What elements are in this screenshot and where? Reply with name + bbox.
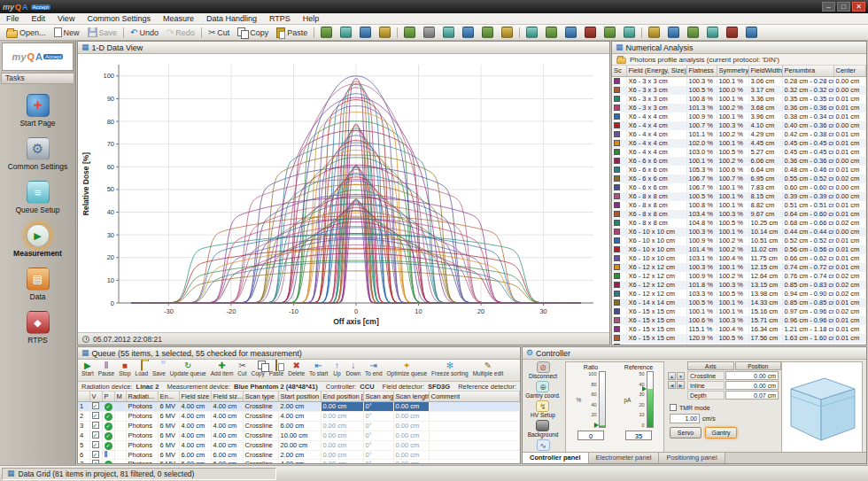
analysis-row[interactable]: X6 - 4 x 4 cm102.0 %100.1 %4.45 cm0.45 c… bbox=[612, 139, 866, 148]
menu-help[interactable]: Help bbox=[297, 13, 326, 24]
add-item-button[interactable]: ✚Add item bbox=[209, 361, 236, 377]
menu-view[interactable]: View bbox=[51, 13, 81, 24]
freeze-sorting-button[interactable]: ✻Freeze sorting bbox=[430, 361, 470, 377]
normalization-button[interactable]: ∿Normalization bbox=[525, 439, 561, 452]
crossline-position-field[interactable]: 0.00 cm bbox=[725, 371, 779, 380]
toolbar-icon-19[interactable] bbox=[684, 25, 702, 40]
toolbar-icon-12[interactable] bbox=[542, 25, 561, 40]
analysis-row[interactable]: X6 - 8 x 8 cm100.8 %100.1 %8.82 cm0.51 c… bbox=[612, 201, 866, 210]
sidebar-item-common-settings[interactable]: ⚙ Common Settings bbox=[0, 137, 75, 171]
minimize-button[interactable]: – bbox=[822, 2, 835, 12]
analysis-row[interactable]: X6 - 10 x 10 cm103.1 %100.4 %11.75 cm0.6… bbox=[612, 254, 866, 263]
analysis-row[interactable]: X6 - 10 x 10 cm100.3 %100.1 %10.14 cm0.4… bbox=[612, 228, 866, 237]
sidebar-item-data[interactable]: ▤ Data bbox=[0, 268, 75, 301]
disconnect-button[interactable]: ⊘Disconnect bbox=[529, 361, 557, 379]
position-header-button[interactable]: Position bbox=[735, 361, 782, 370]
analysis-row[interactable]: X6 - 6 x 6 cm100.1 %100.2 %6.06 cm0.36 c… bbox=[612, 157, 866, 166]
menu-rtps[interactable]: RTPS bbox=[263, 13, 297, 24]
analysis-row[interactable]: X6 - 12 x 12 cm103.3 %100.5 %13.98 cm0.9… bbox=[612, 290, 866, 299]
load-button[interactable]: Load bbox=[134, 361, 150, 377]
queue-column-header[interactable]: Scan length bbox=[393, 392, 429, 401]
queue-column-header[interactable] bbox=[78, 392, 89, 401]
analysis-row[interactable]: X6 - 8 x 8 cm100.5 %100.1 %8.15 cm0.39 c… bbox=[612, 192, 866, 201]
speed-input[interactable]: 1.00 bbox=[670, 414, 700, 423]
analysis-column-header[interactable]: Center bbox=[833, 66, 866, 76]
sidebar-item-queue-setup[interactable]: ≡ Queue Setup bbox=[0, 181, 75, 214]
delete-button[interactable]: ✖Delete bbox=[286, 361, 306, 377]
measure-checkbox[interactable]: ✓ bbox=[92, 412, 99, 419]
tab-controller-panel[interactable]: Controller panel bbox=[523, 453, 589, 463]
toolbar-icon-8[interactable] bbox=[459, 25, 477, 40]
analysis-row[interactable]: X6 - 4 x 4 cm100.9 %100.1 %3.96 cm0.38 c… bbox=[612, 112, 866, 121]
analysis-row[interactable]: X6 - 15 x 15 cm100.1 %100.1 %15.16 cm0.9… bbox=[612, 307, 866, 316]
analysis-row[interactable]: X6 - 4 x 4 cm101.1 %100.2 %4.29 cm0.42 c… bbox=[612, 130, 866, 139]
analysis-column-header[interactable]: Symmetry bbox=[717, 66, 748, 76]
toolbar-icon-18[interactable] bbox=[664, 25, 683, 40]
analysis-row[interactable]: X6 - 15 x 15 cm100.6 %100.3 %15.71 cm0.9… bbox=[612, 316, 866, 325]
pause-button[interactable]: ⅡPause bbox=[97, 361, 116, 377]
menu-file[interactable]: File bbox=[0, 13, 26, 24]
save-button[interactable]: Save bbox=[84, 26, 121, 39]
maximize-button[interactable]: □ bbox=[837, 2, 850, 12]
toolbar-icon-15[interactable] bbox=[601, 25, 619, 40]
down-button[interactable]: ↓Down bbox=[344, 361, 362, 377]
gantry-coord-button[interactable]: ⊕Gantry coord. bbox=[525, 381, 560, 399]
to-end-button[interactable]: ⇥To end bbox=[363, 361, 384, 377]
queue-column-header[interactable]: En... bbox=[158, 392, 179, 401]
analysis-row[interactable]: X6 - 4 x 4 cm100.7 %100.3 %4.10 cm0.40 c… bbox=[612, 121, 866, 130]
toolbar-icon-11[interactable] bbox=[523, 25, 541, 40]
analysis-row[interactable]: X6 - 3 x 3 cm100.5 %100.0 %3.17 cm0.32 c… bbox=[612, 86, 866, 95]
tab-electrometer-panel[interactable]: Electrometer panel bbox=[589, 453, 660, 463]
measure-checkbox[interactable]: ✓ bbox=[92, 402, 99, 409]
analysis-row[interactable]: X6 - 8 x 8 cm103.4 %100.3 %9.67 cm0.64 c… bbox=[612, 210, 866, 219]
toolbar-icon-14[interactable] bbox=[581, 25, 600, 40]
queue-row[interactable]: 3✓✓Photons6 MV4.00 cm4.00 cmCrossline6.0… bbox=[78, 421, 520, 431]
close-button[interactable]: ✕ bbox=[852, 2, 865, 12]
toolbar-icon-22[interactable] bbox=[742, 25, 761, 40]
update-queue-button[interactable]: ↻Update queue bbox=[168, 361, 208, 377]
queue-column-header[interactable]: Start position [De bbox=[278, 392, 321, 401]
analysis-row[interactable]: X6 - 3 x 3 cm101.3 %100.2 %3.68 cm0.36 c… bbox=[612, 104, 866, 112]
analysis-column-header[interactable]: Sc bbox=[612, 66, 626, 76]
menu-measure[interactable]: Measure bbox=[157, 13, 200, 24]
gantry-button[interactable]: Gantry bbox=[705, 427, 737, 438]
analysis-column-header[interactable]: Field (Energy, Size) bbox=[626, 66, 686, 76]
axis-header-button[interactable]: Axis bbox=[687, 361, 734, 370]
toolbar-icon-5[interactable] bbox=[400, 25, 419, 40]
queue-row[interactable]: 4✓✓Photons6 MV4.00 cm4.00 cmCrossline10.… bbox=[78, 431, 520, 440]
paste-button[interactable]: Paste bbox=[273, 26, 311, 40]
tab-positioning-panel[interactable]: Positioning panel bbox=[659, 453, 725, 463]
sidebar-item-measurement[interactable]: ▶ Measurement bbox=[0, 224, 75, 258]
queue-row[interactable]: 7✓✓Photons6 MV6.00 cm6.00 cmCrossline4.0… bbox=[78, 459, 520, 464]
menu-data-handling[interactable]: Data Handling bbox=[200, 13, 263, 24]
jog-down-button[interactable]: ▼ bbox=[677, 372, 685, 380]
background-button[interactable]: Background bbox=[528, 420, 559, 438]
cut-button[interactable]: ✂Cut bbox=[236, 361, 248, 377]
toolbar-icon-21[interactable] bbox=[723, 25, 741, 40]
toolbar-icon-2[interactable] bbox=[337, 25, 355, 40]
toolbar-icon-20[interactable] bbox=[703, 25, 722, 40]
measure-checkbox[interactable]: ✓ bbox=[92, 431, 99, 438]
toolbar-icon-17[interactable] bbox=[645, 25, 663, 40]
hv-setup-button[interactable]: ↯HV Setup bbox=[531, 400, 555, 418]
queue-column-header[interactable]: Field siz... bbox=[211, 392, 243, 401]
reference-marker[interactable] bbox=[642, 386, 647, 392]
analysis-row[interactable]: X6 - 3 x 3 cm100.8 %100.1 %3.36 cm0.35 c… bbox=[612, 95, 866, 104]
up-button[interactable]: ↑Up bbox=[330, 361, 343, 377]
start-button[interactable]: ▶Start bbox=[80, 361, 96, 377]
copy-button[interactable]: Copy bbox=[234, 26, 272, 40]
queue-row[interactable]: 6✓ⅡPhotons6 MV6.00 cm6.00 cmCrossline2.0… bbox=[78, 450, 520, 459]
analysis-row[interactable]: X6 - 15 x 15 cm115.1 %100.4 %16.34 cm1.2… bbox=[612, 325, 866, 334]
toolbar-icon-16[interactable] bbox=[620, 25, 639, 40]
queue-column-header[interactable]: V bbox=[89, 392, 102, 401]
queue-column-header[interactable]: P bbox=[102, 392, 114, 401]
copy-button[interactable]: Copy bbox=[249, 361, 266, 377]
toolbar-icon-13[interactable] bbox=[562, 25, 580, 40]
jog-left-button[interactable]: ◀ bbox=[668, 381, 676, 389]
tmr-mode-checkbox[interactable] bbox=[670, 404, 677, 411]
queue-row[interactable]: 1✓✓Photons6 MV4.00 cm4.00 cmCrossline2.0… bbox=[78, 401, 520, 411]
queue-column-header[interactable]: Comment bbox=[429, 392, 520, 401]
measure-checkbox[interactable]: ✓ bbox=[92, 451, 99, 458]
inline-position-field[interactable]: 0.00 cm bbox=[725, 381, 779, 390]
toolbar-icon-7[interactable] bbox=[439, 25, 458, 40]
